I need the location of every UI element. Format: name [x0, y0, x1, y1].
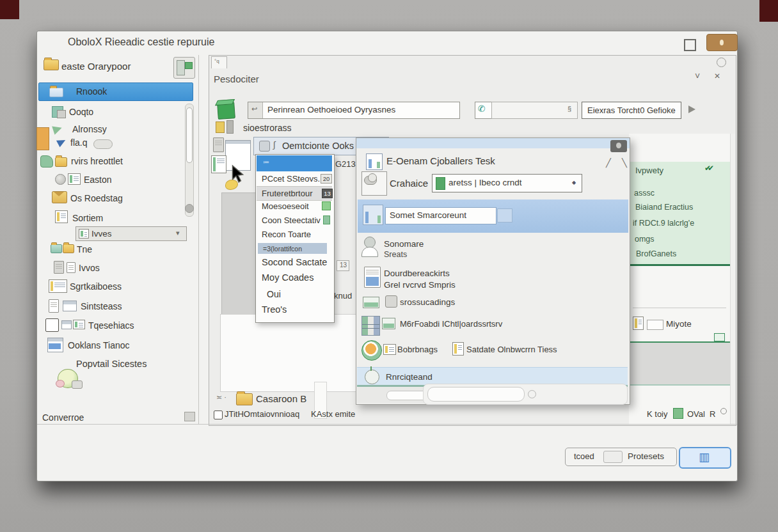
sidebar-item-selected[interactable]: Rnoook: [38, 82, 193, 101]
menu-item[interactable]: Treo's: [257, 302, 332, 317]
panel-icon: [177, 60, 185, 75]
spinner-box[interactable]: [603, 451, 623, 463]
footer-divider: [37, 424, 737, 425]
menu-item[interactable]: Fruteretbrtour 13: [257, 186, 332, 201]
sidebar-item[interactable]: Sortiem: [37, 210, 197, 225]
secondary-button-group[interactable]: tcoed Protesets: [565, 448, 677, 466]
menu-item[interactable]: Moesoeseoit: [257, 199, 332, 214]
badge-icon: [385, 295, 397, 308]
sidebar-header-button[interactable]: [173, 57, 195, 79]
panel-tab[interactable]: °q: [211, 56, 227, 68]
sidebar-item[interactable]: Sgrtkaiboess: [37, 279, 197, 294]
sidebar-item[interactable]: fla.q: [37, 136, 197, 151]
sidebar-item[interactable]: Ooklans Tianoc: [37, 337, 197, 354]
menu-item-label: Moesoeseoit: [262, 201, 309, 211]
ghost-button[interactable]: [497, 208, 512, 223]
dialog-close-button[interactable]: [610, 140, 627, 152]
menu-item[interactable]: Oui: [257, 287, 332, 301]
secondary-button-label: tcoed: [574, 451, 594, 461]
sidebar-scrollbar[interactable]: [185, 104, 194, 217]
menu-item-selected[interactable]: ≔: [257, 155, 332, 171]
green-panel-item[interactable]: asssc: [634, 189, 655, 198]
menu-item-highlight[interactable]: =3(lorattifcon: [258, 243, 327, 254]
scrollbar-thumb[interactable]: [186, 107, 193, 163]
maximize-button[interactable]: [684, 39, 696, 51]
search-band: Somet Smarcoreunt: [358, 199, 628, 233]
dialog-row[interactable]: srossucadings: [356, 293, 628, 313]
status-r: R: [710, 409, 715, 419]
menu-item[interactable]: Socond Sactate: [257, 255, 332, 270]
sidebar-item[interactable]: Easton: [37, 173, 197, 188]
sidebar-dropdown[interactable]: Ivves ▾: [75, 226, 187, 241]
dialog-row[interactable]: Sonomare Sreats: [356, 234, 628, 262]
menu-item[interactable]: Recon Toarte: [257, 228, 332, 242]
checkbox[interactable]: [45, 318, 59, 332]
dialog-row[interactable]: Bobrbnags Satdate Olnbwcrrn Tiess: [356, 338, 628, 366]
lower-label: Miyote: [666, 319, 692, 329]
close-pane-icon[interactable]: ✕: [714, 72, 720, 81]
note-mid: 13: [340, 262, 347, 269]
sidebar-item[interactable]: Os Roedstag: [37, 189, 197, 206]
green-panel: Ivpwety ✔✔ asssc Biaiand Eractius if RDC…: [629, 162, 730, 266]
green-panel-item[interactable]: Biaiand Eractius: [635, 203, 693, 212]
chevron-down-icon[interactable]: ˅: [695, 71, 700, 81]
list-icon: [55, 210, 68, 223]
sidebar-item[interactable]: rvirs hreottlet: [37, 154, 197, 169]
window-icon: [63, 301, 77, 311]
dialog-row[interactable]: Dourdbereackirts Grel rvcrvd Smpris: [356, 263, 628, 293]
leaf-icon: [40, 155, 53, 168]
chevron-down-icon[interactable]: ▾: [176, 229, 180, 237]
dropdown-diamond-icon[interactable]: ◆: [572, 180, 576, 185]
count-badge: 20: [321, 174, 332, 184]
section-icon: §: [568, 105, 571, 113]
folder-label: Casaroon B: [256, 393, 306, 404]
search-pill-icon[interactable]: [93, 139, 113, 149]
scrollbar-thumb[interactable]: [427, 387, 525, 402]
main-scrollbar[interactable]: [730, 134, 735, 424]
green-panel-item[interactable]: omgs: [635, 235, 655, 244]
dialog-row[interactable]: M6rFoabdi IChtl|oardssrtsrv: [356, 313, 628, 336]
green-panel-item[interactable]: if RDCt.9 lalcrlg'e: [633, 219, 694, 228]
resize-grip-icon[interactable]: [184, 412, 195, 421]
sidebar-item-label: Sgrtkaiboess: [70, 281, 122, 292]
confirm-button[interactable]: ▥: [679, 447, 731, 469]
edit-icon[interactable]: ╱: [606, 158, 611, 168]
bird-icon: [365, 370, 379, 384]
status-badge: [322, 201, 331, 210]
sidebar-item[interactable]: Sintsteass: [37, 299, 197, 314]
selection-marks-icon: ≔: [263, 159, 269, 166]
lookup-button[interactable]: ✆: [475, 102, 493, 119]
recipient-combo[interactable]: ↩ Perinrean Oethoeioed Oyryasnes: [248, 102, 460, 119]
expand-green-icon[interactable]: [714, 333, 725, 341]
count-badge: 13: [322, 189, 333, 198]
sidebar-item-label: Os Roedstag: [70, 193, 123, 203]
sidebar-item[interactable]: Tqesehiacs: [37, 318, 197, 333]
collapse-icon[interactable]: ╲: [622, 158, 627, 168]
menu-item[interactable]: Moy Coades: [257, 270, 332, 285]
dialog-row-highlighted[interactable]: Rnrciqteand: [357, 367, 628, 386]
account-select[interactable]: aretss | Ibeco crndt ◆: [432, 174, 582, 192]
horizontal-scrollbar[interactable]: [423, 384, 628, 405]
options-checkbox[interactable]: [214, 411, 223, 419]
sidebar-item[interactable]: Ivvos: [37, 260, 197, 276]
cloud-button[interactable]: [361, 171, 387, 196]
play-icon[interactable]: [688, 106, 695, 113]
sidebar-item[interactable]: Popvtail Sicestes: [37, 357, 197, 372]
green-panel-item[interactable]: BrofGanets: [636, 249, 676, 258]
menu-item[interactable]: Coon Steectativ: [257, 214, 332, 228]
sidebar-item[interactable]: Tne: [37, 242, 197, 258]
row-subtitle: Sreats: [384, 250, 407, 259]
menu-item-label: Oui: [267, 289, 281, 299]
list-icon: [73, 320, 85, 329]
filter-input[interactable]: §: [491, 102, 578, 119]
menu-item[interactable]: PCcet SSteovs. 20: [257, 172, 332, 186]
sidebar-item-label: rvirs hreottlet: [71, 156, 123, 166]
help-circle-icon[interactable]: [717, 58, 726, 67]
close-button[interactable]: [706, 34, 738, 51]
search-input[interactable]: Somet Smarcoreunt: [385, 207, 496, 224]
target-box[interactable]: Eiexras Torcht0 Gefioke: [582, 102, 681, 119]
checkbox-label: JTitHOmtaiovnnioaq: [225, 409, 299, 419]
sidebar-item[interactable]: Ooqto: [37, 105, 197, 120]
menu-item-label: Treo's: [262, 304, 287, 315]
sidebar-item-label: Tqesehiacs: [88, 320, 134, 331]
